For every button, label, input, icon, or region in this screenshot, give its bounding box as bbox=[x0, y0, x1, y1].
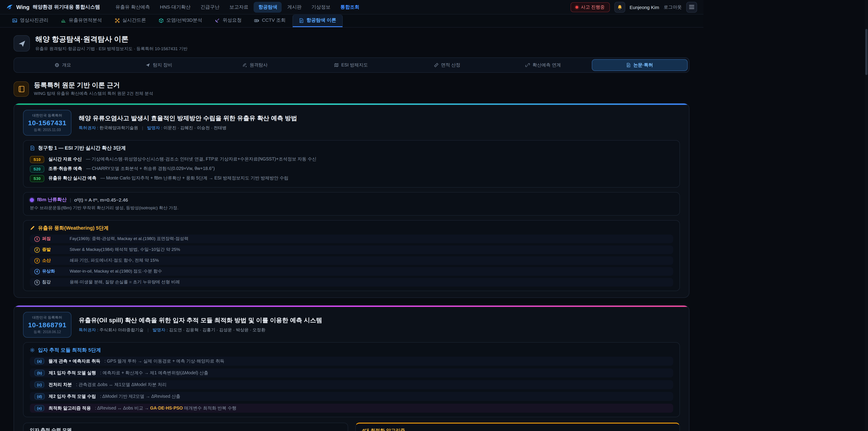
scrollbar-thumb[interactable] bbox=[865, 29, 868, 75]
section-title: 등록특허 원문 기반 이론 근거 bbox=[34, 81, 153, 90]
section-header: 등록특허 원문 기반 이론 근거 WING 탑재 유출유 확산예측 시스템의 특… bbox=[13, 81, 689, 97]
fbm-description: 분수 브라운운동(fBm) 기반 무작위 확산거리 생성, 등방성(isotro… bbox=[30, 205, 673, 211]
weathering-stage-desc: 쇄파 기인, 파도에너지·점도 함수, 전체 약 15% bbox=[70, 258, 159, 264]
section-icon-box bbox=[13, 81, 29, 96]
optimization-step-name: 제2 입자 추적 모델 수립 bbox=[49, 394, 96, 399]
tracking-model-panel: 입자 추적 수렴 모델 제1모델 : Model_x = cur_x·Δt + … bbox=[23, 423, 348, 431]
pill-detection-equipment[interactable]: 탐지 장비 bbox=[112, 59, 207, 71]
nav-item-board[interactable]: 게시판 bbox=[283, 2, 306, 12]
subtab-area-analysis[interactable]: 유출유면적분석 bbox=[55, 14, 108, 27]
fbm-formula: σ²(t) = A·tᵐ, m=0.45~2.46 bbox=[74, 197, 128, 203]
weathering-row: 3소산 쇄파 기인, 파도에너지·점도 함수, 전체 약 15% bbox=[30, 256, 673, 265]
subtab-photo-management[interactable]: 영상사진관리 bbox=[6, 14, 54, 27]
optimization-step-desc: : 예측자료 + 확산계수 → 제1 예측변위량(ΔModel) 산출 bbox=[100, 370, 209, 376]
weathering-stage-label: 5침강 bbox=[34, 279, 64, 285]
weathering-title: 유출유 풍화(Weathering) 5단계 bbox=[38, 225, 109, 232]
claim-step-name: 조류·취송류 예측 bbox=[49, 166, 82, 172]
stage-number: 1 bbox=[34, 236, 40, 242]
pill-esi-map[interactable]: ESI 방제지도 bbox=[304, 59, 399, 71]
aerial-search-icon bbox=[18, 39, 26, 47]
subtab-label: 실시간드론 bbox=[122, 17, 146, 24]
optimization-row: (b) 제1 입자 추적 모델 실행 : 예측자료 + 확산계수 → 제1 예측… bbox=[30, 368, 673, 377]
inventors-label: 발명자 : bbox=[147, 125, 162, 130]
brand-name: Wing bbox=[16, 4, 29, 10]
subtab-label: 항공탐색 이론 bbox=[307, 17, 336, 24]
claim-box-title: 청구항 1 — ESI 기반 실시간 확산 3단계 bbox=[38, 145, 126, 151]
app-title: 해양환경 위기대응 통합시스템 bbox=[33, 4, 100, 10]
patent-badge-label: 대한민국 등록특허 bbox=[28, 113, 66, 118]
optimization-step-desc: : ΔModel 기반 제2모델 → ΔRevised 산출 bbox=[100, 394, 180, 399]
pill-prediction-link[interactable]: 확산예측 연계 bbox=[495, 59, 591, 71]
nav-item-hns-air-diffusion[interactable]: HNS·대기확산 bbox=[156, 2, 195, 12]
weathering-title-row: 유출유 풍화(Weathering) 5단계 bbox=[30, 225, 673, 232]
nav-item-aerial-search[interactable]: 항공탐색 bbox=[254, 2, 282, 12]
gear-icon bbox=[30, 348, 35, 352]
subtab-label: 위성요청 bbox=[223, 17, 242, 24]
weathering-row: 2증발 Stiver & Mackay(1984) 해석적 방법, 수일~10일… bbox=[30, 245, 673, 254]
pill-label: 면적 산정 bbox=[441, 62, 460, 68]
claim-book-icon bbox=[30, 146, 35, 151]
logout-button[interactable]: 로그아웃 bbox=[664, 4, 682, 10]
claim-step-desc: — CHARRY모델 조화분석 + 취송류 경험식(0.029×Vw, θw+1… bbox=[86, 166, 215, 172]
pill-remote-sensing[interactable]: 원격탐사 bbox=[208, 59, 303, 71]
main-content: 해양 항공탐색·원격탐사 이론 유출유 원격탐지·항공감시 기법 · ESI 방… bbox=[13, 35, 689, 431]
weathering-stage-label: 1퍼짐 bbox=[34, 236, 64, 242]
book-icon bbox=[18, 86, 25, 92]
patent-number: 10-1868791 bbox=[28, 321, 66, 329]
claim-box: 청구항 1 — ESI 기반 실시간 확산 3단계 S10 실시간 자료 수신 … bbox=[23, 140, 680, 188]
subtab-cctv-view[interactable]: CCTV 조회 bbox=[248, 14, 291, 27]
meta-separator: | bbox=[148, 327, 149, 332]
nav-item-emergency-rescue[interactable]: 긴급구난 bbox=[196, 2, 224, 12]
nav-item-spill-prediction[interactable]: 유출유 확산예측 bbox=[111, 2, 155, 12]
pencil-icon bbox=[30, 225, 35, 230]
claim-step-desc: — 기상예측시스템·위성영상수신시스템·검조소 인터넷 연결, FTP로 기상자… bbox=[86, 156, 316, 162]
step-letter-badge: (c) bbox=[34, 381, 44, 388]
stage-number: 2 bbox=[34, 247, 40, 252]
subtab-realtime-drone[interactable]: 실시간드론 bbox=[109, 14, 152, 27]
top-navbar: Wing 해양환경 위기대응 통합시스템 유출유 확산예측 HNS·대기확산 긴… bbox=[0, 0, 704, 14]
pill-papers-patents[interactable]: 논문·특허 bbox=[592, 59, 688, 71]
subtab-satellite-request[interactable]: 위성요청 bbox=[209, 14, 248, 27]
claim-step-name: 실시간 자료 수신 bbox=[49, 156, 82, 162]
app-logo[interactable]: Wing 해양환경 위기대응 통합시스템 bbox=[6, 4, 100, 10]
fbm-box: fBm 난류확산 | σ²(t) = A·tᵐ, m=0.45~2.46 분수 … bbox=[23, 192, 680, 216]
stage-name: 유상화 bbox=[42, 269, 55, 274]
optimization-step-desc: : ΔRevised ↔ Δobs 비교 → GA·DE·HS·PSO 매개변수… bbox=[95, 405, 237, 411]
optimization-row: (e) 최적화 알고리즘 적용 : ΔRevised ↔ Δobs 비교 → G… bbox=[30, 404, 673, 413]
nav-item-integrated-search[interactable]: 통합조회 bbox=[336, 2, 364, 12]
claim-box-title-row: 청구항 1 — ESI 기반 실시간 확산 3단계 bbox=[30, 145, 673, 151]
subtab-ship-3d-analysis[interactable]: 오염/선박3D분석 bbox=[153, 14, 208, 27]
pill-area-calculation[interactable]: 면적 산정 bbox=[399, 59, 495, 71]
nav-item-weather-info[interactable]: 기상정보 bbox=[307, 2, 335, 12]
user-name[interactable]: Eunjeong Kim bbox=[629, 4, 659, 10]
nav-item-reports[interactable]: 보고자료 bbox=[225, 2, 253, 12]
claim-step-name: 유출유 확산 실시간 예측 bbox=[49, 175, 96, 181]
notifications-button[interactable] bbox=[614, 2, 625, 12]
optimization-step-name: 전처리 차분 bbox=[49, 382, 72, 388]
incident-status-badge[interactable]: 사고 진행중 bbox=[570, 2, 610, 12]
optimization-title-row: 입자 추적 모듈 최적화 5단계 bbox=[30, 347, 673, 353]
pill-overview[interactable]: 개요 bbox=[16, 59, 111, 71]
optimization-step-name: 뜰개 관측 + 예측자료 취득 bbox=[49, 358, 100, 364]
pill-label: 개요 bbox=[62, 62, 71, 68]
claim-row: S20 조류·취송류 예측 — CHARRY모델 조화분석 + 취송류 경험식(… bbox=[30, 164, 673, 174]
owner-value: 한국해양과학기술원 bbox=[99, 125, 138, 130]
hamburger-icon bbox=[688, 4, 695, 9]
optimization-step-name: 제1 입자 추적 모델 실행 bbox=[49, 370, 96, 376]
page-subtitle: 유출유 원격탐지·항공감시 기법 · ESI 방제정보지도 · 등록특허 10-… bbox=[35, 46, 188, 52]
subtab-aerial-theory[interactable]: 항공탐색 이론 bbox=[292, 14, 343, 27]
weathering-stage-desc: Fay(1969): 중력-관성력, Mackay et al.(1980) 표… bbox=[70, 236, 188, 242]
menu-button[interactable] bbox=[686, 2, 697, 12]
optimization-step-desc: : GPS 뜰개 투하 → 실제 이동경로 + 예측 기상·해양자료 취득 bbox=[104, 358, 224, 364]
fbm-divider: | bbox=[70, 197, 71, 203]
bell-icon bbox=[617, 4, 622, 10]
patent-number: 10-1567431 bbox=[28, 119, 66, 127]
patent-badge-label: 대한민국 등록특허 bbox=[28, 315, 66, 320]
stage-name: 퍼짐 bbox=[42, 236, 51, 242]
weathering-stage-label: 2증발 bbox=[34, 247, 64, 253]
weathering-row: 1퍼짐 Fay(1969): 중력-관성력, Mackay et al.(198… bbox=[30, 235, 673, 243]
owner-label: 특허권자 : bbox=[79, 327, 98, 332]
scrollbar[interactable] bbox=[865, 0, 868, 431]
step-letter-badge: (e) bbox=[34, 405, 44, 411]
optimization-row: (c) 전처리 차분 : 관측경로 Δobs ↔ 제1모델 ΔModel 차분 … bbox=[30, 380, 673, 389]
